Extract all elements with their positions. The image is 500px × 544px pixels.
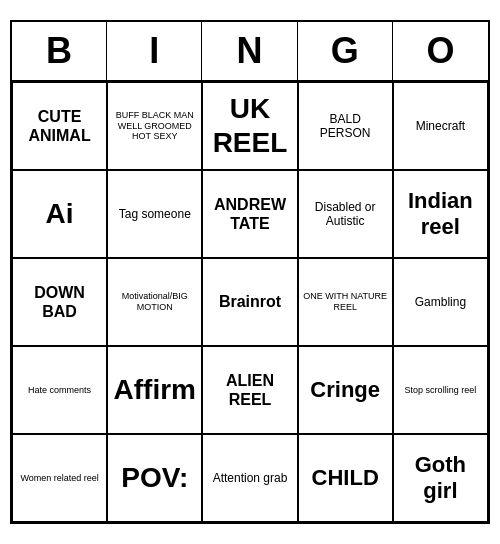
bingo-cell-9[interactable]: Indian reel [393, 170, 488, 258]
bingo-cell-23[interactable]: CHILD [298, 434, 393, 522]
bingo-cell-0[interactable]: CUTE ANIMAL [12, 82, 107, 170]
header-n: N [202, 22, 297, 80]
bingo-cell-17[interactable]: ALIEN REEL [202, 346, 297, 434]
bingo-cell-6[interactable]: Tag someone [107, 170, 202, 258]
bingo-cell-11[interactable]: Motivational/BIG MOTION [107, 258, 202, 346]
header-g: G [298, 22, 393, 80]
bingo-cell-1[interactable]: BUFF BLACK MAN WELL GROOMED HOT SEXY [107, 82, 202, 170]
bingo-header: B I N G O [12, 22, 488, 82]
bingo-cell-15[interactable]: Hate comments [12, 346, 107, 434]
bingo-cell-3[interactable]: BALD PERSON [298, 82, 393, 170]
bingo-cell-19[interactable]: Stop scrolling reel [393, 346, 488, 434]
header-b: B [12, 22, 107, 80]
bingo-cell-18[interactable]: Cringe [298, 346, 393, 434]
bingo-cell-20[interactable]: Women related reel [12, 434, 107, 522]
bingo-cell-8[interactable]: Disabled or Autistic [298, 170, 393, 258]
bingo-cell-5[interactable]: Ai [12, 170, 107, 258]
bingo-cell-14[interactable]: Gambling [393, 258, 488, 346]
bingo-cell-12[interactable]: Brainrot [202, 258, 297, 346]
header-i: I [107, 22, 202, 80]
header-o: O [393, 22, 488, 80]
bingo-cell-4[interactable]: Minecraft [393, 82, 488, 170]
bingo-cell-10[interactable]: DOWN BAD [12, 258, 107, 346]
bingo-cell-7[interactable]: ANDREW TATE [202, 170, 297, 258]
bingo-cell-2[interactable]: UK REEL [202, 82, 297, 170]
bingo-cell-13[interactable]: ONE WITH NATURE REEL [298, 258, 393, 346]
bingo-cell-22[interactable]: Attention grab [202, 434, 297, 522]
bingo-card: B I N G O CUTE ANIMALBUFF BLACK MAN WELL… [10, 20, 490, 524]
bingo-grid: CUTE ANIMALBUFF BLACK MAN WELL GROOMED H… [12, 82, 488, 522]
bingo-cell-21[interactable]: POV: [107, 434, 202, 522]
bingo-cell-24[interactable]: Goth girl [393, 434, 488, 522]
bingo-cell-16[interactable]: Affirm [107, 346, 202, 434]
